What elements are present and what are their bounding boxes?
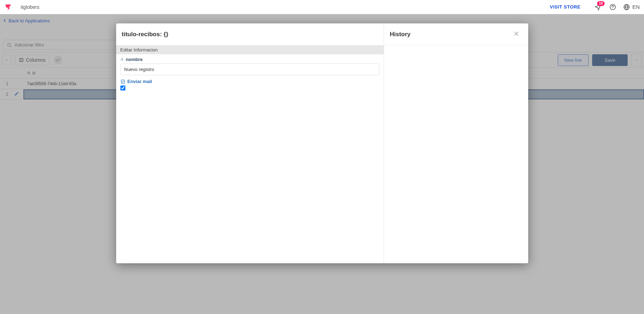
field-nombre: A nombre	[116, 54, 384, 77]
visit-store-link[interactable]: VISIT STORE	[550, 4, 580, 10]
field-nombre-input[interactable]	[120, 64, 380, 75]
text-type-icon: A	[120, 56, 124, 62]
brand-logo[interactable]	[4, 3, 12, 11]
modal-right-title: History	[390, 31, 411, 38]
edit-record-modal: titulo-recibos: {} Editar Informacion A …	[116, 23, 528, 263]
svg-rect-8	[121, 80, 124, 83]
notification-badge: 10	[597, 1, 605, 6]
language-selector[interactable]: EN	[623, 4, 640, 11]
field-nombre-label: A nombre	[120, 56, 380, 62]
notifications-button[interactable]: 10	[594, 3, 602, 11]
modal-right-pane: History	[384, 23, 528, 263]
field-enviar-mail-checkbox[interactable]	[120, 86, 125, 90]
section-title: Editar Informacion	[116, 45, 384, 54]
top-navbar: itglobers VISIT STORE 10 EN	[0, 0, 644, 14]
checkbox-type-icon	[120, 79, 125, 84]
modal-left-body: Editar Informacion A nombre Enviar mail	[116, 45, 384, 263]
close-icon[interactable]	[510, 28, 523, 40]
svg-point-1	[612, 8, 613, 9]
tenant-name: itglobers	[21, 4, 39, 10]
help-button[interactable]	[609, 3, 617, 11]
language-label: EN	[632, 4, 640, 10]
modal-left-title: titulo-recibos: {}	[116, 23, 384, 45]
field-enviar-mail: Enviar mail	[116, 77, 384, 93]
history-body	[384, 45, 528, 263]
modal-left-pane: titulo-recibos: {} Editar Informacion A …	[116, 23, 384, 263]
field-enviar-mail-label[interactable]: Enviar mail	[120, 79, 380, 84]
